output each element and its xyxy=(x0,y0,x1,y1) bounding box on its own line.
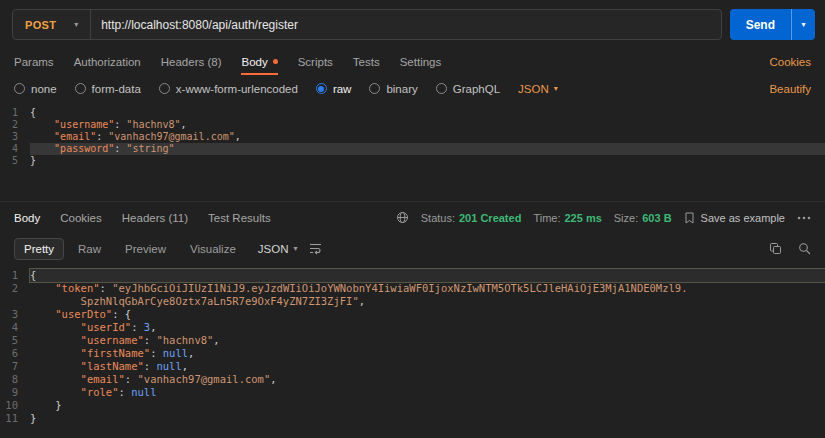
tab-body[interactable]: Body xyxy=(241,48,277,75)
url-input[interactable] xyxy=(91,18,720,32)
code-line: 5 "username": "hachnv8", xyxy=(0,334,825,347)
tab-label: Tests xyxy=(353,56,380,68)
send-options-button[interactable]: ▾ xyxy=(791,9,815,40)
tab-tests[interactable]: Tests xyxy=(353,48,380,75)
code-line: 7 "lastName": null, xyxy=(0,360,825,373)
view-tab-preview[interactable]: Preview xyxy=(115,238,176,260)
chevron-down-icon: ▾ xyxy=(74,21,78,29)
line-number: 11 xyxy=(0,412,30,425)
response-tabs: BodyCookiesHeaders (11)Test Results xyxy=(14,212,271,224)
tab-params[interactable]: Params xyxy=(14,48,54,75)
tab-authorization[interactable]: Authorization xyxy=(74,48,141,75)
body-type-label: form-data xyxy=(92,83,141,95)
globe-icon xyxy=(396,211,409,224)
request-bar: POST ▾ Send ▾ xyxy=(0,0,825,48)
size-value: 603 B xyxy=(642,212,671,224)
body-language-label: JSON xyxy=(518,83,549,95)
cookies-link[interactable]: Cookies xyxy=(769,56,811,68)
response-tab-headers-11[interactable]: Headers (11) xyxy=(122,212,188,224)
body-type-form-data[interactable]: form-data xyxy=(75,83,141,95)
wrap-text-button[interactable] xyxy=(309,242,322,255)
code-line: 5} xyxy=(0,155,825,167)
search-button[interactable] xyxy=(798,242,811,255)
save-as-example-button[interactable]: Save as example xyxy=(684,212,785,224)
line-number: 6 xyxy=(0,347,30,360)
body-language-select[interactable]: JSON ▾ xyxy=(518,83,558,95)
view-tab-visualize[interactable]: Visualize xyxy=(180,238,246,260)
code-line: 3 "userDto": { xyxy=(0,308,825,321)
body-type-raw[interactable]: raw xyxy=(316,83,352,95)
bookmark-icon xyxy=(684,212,695,224)
response-toolbar-right xyxy=(769,242,811,255)
size-indicator: Size: 603 B xyxy=(614,212,672,224)
status-label: Status: xyxy=(421,212,455,224)
beautify-link[interactable]: Beautify xyxy=(769,83,811,95)
chevron-down-icon: ▾ xyxy=(293,245,297,253)
code-content: "email": "vanhach97@gmail.com", xyxy=(30,131,825,143)
send-button[interactable]: Send xyxy=(730,9,791,40)
code-line: 1{ xyxy=(0,269,825,282)
tab-scripts[interactable]: Scripts xyxy=(298,48,333,75)
more-options-button[interactable] xyxy=(797,216,811,220)
body-type-label: GraphQL xyxy=(453,83,500,95)
request-body-editor[interactable]: 1{2 "username": "hachnv8",3 "email": "va… xyxy=(0,102,825,201)
code-line: 10 } xyxy=(0,399,825,412)
code-line: 4 "userId": 3, xyxy=(0,321,825,334)
radio-icon xyxy=(369,83,380,94)
request-tabs-row: ParamsAuthorizationHeaders (8)BodyScript… xyxy=(0,48,825,75)
code-line: 11} xyxy=(0,412,825,425)
radio-icon xyxy=(436,83,447,94)
code-content: "lastName": null, xyxy=(30,360,825,373)
response-language-select[interactable]: JSON ▾ xyxy=(258,243,298,255)
code-line: 4 "password": "string" xyxy=(0,143,825,155)
response-tab-cookies[interactable]: Cookies xyxy=(60,212,102,224)
view-tab-pretty[interactable]: Pretty xyxy=(14,238,64,260)
code-content: "email": "vanhach97@gmail.com", xyxy=(30,373,825,386)
response-view-tabs: PrettyRawPreviewVisualize xyxy=(14,238,246,260)
code-content: "password": "string" xyxy=(30,143,825,155)
code-content: { xyxy=(30,107,825,119)
body-type-none[interactable]: none xyxy=(14,83,57,95)
tab-settings[interactable]: Settings xyxy=(400,48,442,75)
time-label: Time: xyxy=(533,212,560,224)
tab-label: Authorization xyxy=(74,56,141,68)
view-tab-raw[interactable]: Raw xyxy=(68,238,111,260)
response-tab-body[interactable]: Body xyxy=(14,212,40,224)
code-content: "firstName": null, xyxy=(30,347,825,360)
body-type-x-www-form-urlencoded[interactable]: x-www-form-urlencoded xyxy=(159,83,298,95)
body-type-label: raw xyxy=(333,83,352,95)
line-number: 5 xyxy=(0,155,30,167)
chevron-down-icon: ▾ xyxy=(801,21,805,29)
code-content: } xyxy=(30,399,825,412)
method-select[interactable]: POST ▾ xyxy=(13,10,91,39)
tab-headers-8[interactable]: Headers (8) xyxy=(161,48,222,75)
line-number: 2 xyxy=(0,282,30,308)
tab-label: Body xyxy=(241,56,267,68)
code-content: "username": "hachnv8", xyxy=(30,119,825,131)
response-section: BodyCookiesHeaders (11)Test Results Stat… xyxy=(0,201,825,425)
code-line: 6 "firstName": null, xyxy=(0,347,825,360)
body-type-row: noneform-datax-www-form-urlencodedrawbin… xyxy=(0,75,825,102)
line-number: 7 xyxy=(0,360,30,373)
code-content: } xyxy=(30,155,825,167)
line-number: 3 xyxy=(0,308,30,321)
code-content: "userId": 3, xyxy=(30,321,825,334)
line-number: 2 xyxy=(0,119,30,131)
response-body-editor[interactable]: 1{2 "token": "eyJhbGciOiJIUzI1NiJ9.eyJzd… xyxy=(0,264,825,425)
time-indicator: Time: 225 ms xyxy=(533,212,601,224)
code-content: } xyxy=(30,412,825,425)
code-line: 9 "role": null xyxy=(0,386,825,399)
body-type-radios: noneform-datax-www-form-urlencodedrawbin… xyxy=(14,83,500,95)
chevron-down-icon: ▾ xyxy=(554,85,558,93)
response-tab-test-results[interactable]: Test Results xyxy=(208,212,271,224)
body-type-graphql[interactable]: GraphQL xyxy=(436,83,500,95)
body-type-label: binary xyxy=(386,83,417,95)
code-content: "token": "eyJhbGciOiJIUzI1NiJ9.eyJzdWIiO… xyxy=(30,282,825,308)
body-type-binary[interactable]: binary xyxy=(369,83,417,95)
radio-icon xyxy=(316,83,327,94)
line-number: 8 xyxy=(0,373,30,386)
line-number: 10 xyxy=(0,399,30,412)
url-container: POST ▾ xyxy=(12,9,722,40)
code-line: 2 "token": "eyJhbGciOiJIUzI1NiJ9.eyJzdWI… xyxy=(0,282,825,308)
copy-button[interactable] xyxy=(769,242,782,255)
